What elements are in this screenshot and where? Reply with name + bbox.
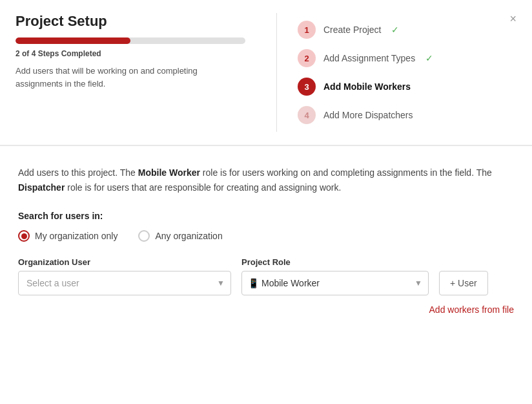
radio-circle-my-org [18, 230, 30, 242]
link-row: Add workers from file [18, 304, 514, 315]
step-label-4: Add More Dispatchers [323, 110, 413, 120]
project-role-label: Project Role [241, 257, 429, 267]
bold-mobile-worker: Mobile Worker [138, 167, 200, 178]
step-item-1: 1 Create Project ✓ [298, 16, 517, 44]
radio-my-org[interactable]: My organization only [18, 230, 118, 242]
project-role-select-wrapper: 📱 Mobile Worker Dispatcher ▼ [241, 271, 429, 295]
step-check-1: ✓ [391, 25, 399, 35]
bold-dispatcher: Dispatcher [18, 182, 65, 193]
top-panel: Project Setup 2 of 4 Steps Completed Add… [0, 0, 532, 146]
step-label-3: Add Mobile Workers [323, 81, 411, 92]
search-label: Search for users in: [18, 211, 514, 221]
radio-label-my-org: My organization only [35, 231, 118, 241]
main-content: Add users to this project. The Mobile Wo… [0, 146, 532, 330]
add-workers-from-file-link[interactable]: Add workers from file [429, 304, 514, 315]
org-user-label: Organization User [18, 257, 231, 267]
step-list: 1 Create Project ✓ 2 Add Assignment Type… [298, 13, 517, 132]
org-user-select-wrapper: Select a user ▼ [18, 271, 231, 295]
add-user-button[interactable]: + User [439, 271, 488, 295]
step-circle-2: 2 [298, 49, 316, 67]
step-circle-1: 1 [298, 21, 316, 39]
org-user-group: Organization User Select a user ▼ [18, 257, 231, 295]
step-item-2: 2 Add Assignment Types ✓ [298, 44, 517, 72]
step-item-4: 4 Add More Dispatchers [298, 101, 517, 129]
form-row: Organization User Select a user ▼ Projec… [18, 257, 514, 295]
step-check-2: ✓ [425, 53, 433, 63]
radio-label-any-org: Any organization [155, 231, 222, 241]
right-panel: × 1 Create Project ✓ 2 Add Assignment Ty… [292, 13, 517, 132]
step-label-2: Add Assignment Types [323, 53, 415, 63]
vertical-divider [276, 13, 277, 132]
step-circle-4: 4 [298, 106, 316, 124]
progress-bar-fill [15, 37, 130, 44]
radio-circle-any-org [138, 230, 150, 242]
project-title: Project Setup [15, 13, 245, 30]
left-panel: Project Setup 2 of 4 Steps Completed Add… [15, 13, 261, 132]
step-item-3: 3 Add Mobile Workers [298, 72, 517, 101]
intro-text: Add users to this project. The Mobile Wo… [18, 165, 509, 195]
radio-any-org[interactable]: Any organization [138, 230, 222, 242]
project-role-group: Project Role 📱 Mobile Worker Dispatcher … [241, 257, 429, 295]
progress-bar-container [15, 37, 245, 44]
step-circle-3: 3 [298, 78, 316, 96]
close-button[interactable]: × [509, 13, 517, 25]
radio-group: My organization only Any organization [18, 230, 514, 242]
progress-desc: Add users that will be working on and co… [15, 65, 245, 90]
progress-text: 2 of 4 Steps Completed [15, 49, 245, 58]
org-user-select[interactable]: Select a user [18, 271, 231, 295]
project-role-select[interactable]: Mobile Worker Dispatcher [241, 271, 429, 295]
step-label-1: Create Project [323, 25, 381, 35]
